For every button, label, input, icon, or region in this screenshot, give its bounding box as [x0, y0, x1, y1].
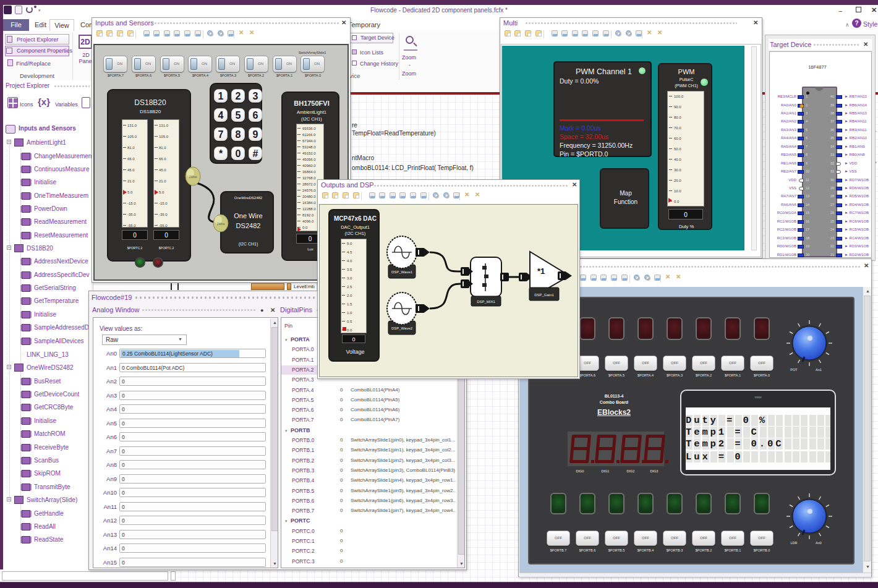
- svg-text:DSP_Wave1: DSP_Wave1: [391, 270, 413, 274]
- svg-text:DSP_Wave2: DSP_Wave2: [391, 326, 413, 330]
- svg-text:DSP_Gain1: DSP_Gain1: [534, 293, 554, 297]
- svg-text:*1: *1: [537, 266, 545, 276]
- svg-text:1Wire: 1Wire: [189, 175, 197, 179]
- svg-text:1Wire: 1Wire: [216, 222, 224, 226]
- svg-text:DSP_MIX1: DSP_MIX1: [477, 300, 495, 304]
